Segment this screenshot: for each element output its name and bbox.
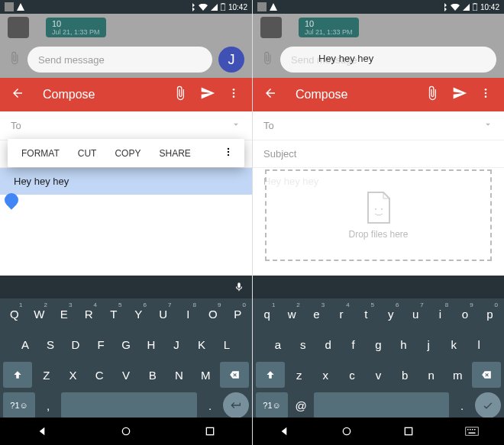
key-r[interactable]: 4R (78, 301, 101, 327)
key-m[interactable]: m (445, 362, 470, 388)
key-g[interactable]: G (115, 331, 137, 357)
to-field[interactable]: To (0, 111, 252, 140)
key-backspace[interactable] (220, 362, 249, 388)
key-shift[interactable] (3, 362, 32, 388)
key-shift[interactable] (256, 362, 285, 388)
key-o[interactable]: 9O (202, 301, 225, 327)
key-d[interactable]: D (64, 331, 87, 357)
nav-home-icon[interactable] (120, 425, 132, 437)
key-i[interactable]: 8I (177, 301, 200, 327)
nav-back-icon[interactable] (36, 425, 48, 437)
menu-more-icon[interactable] (217, 147, 240, 160)
send-button[interactable] (446, 85, 473, 104)
key-p[interactable]: 0p (479, 301, 501, 327)
key-l[interactable]: l (467, 331, 490, 357)
key-q[interactable]: 1Q (3, 301, 26, 327)
to-field[interactable]: To (253, 111, 504, 140)
key-q[interactable]: 1q (256, 301, 278, 327)
attach-button[interactable] (418, 85, 446, 104)
key-s[interactable]: s (292, 331, 315, 357)
key-n[interactable]: n (419, 362, 444, 388)
attach-icon[interactable] (260, 51, 274, 68)
key-h[interactable]: H (140, 331, 163, 357)
key-p[interactable]: 0P (227, 301, 250, 327)
key-b[interactable]: b (393, 362, 417, 388)
mic-icon[interactable] (234, 282, 244, 292)
key-space[interactable] (314, 392, 449, 418)
key-symbols[interactable]: ?1☺ (256, 392, 288, 418)
key-f[interactable]: F (89, 331, 112, 357)
key-z[interactable]: Z (34, 362, 59, 388)
overflow-button[interactable] (473, 87, 498, 102)
key-n[interactable]: N (167, 362, 192, 388)
nav-home-icon[interactable] (341, 425, 353, 437)
key-period[interactable]: . (451, 392, 473, 418)
key-at[interactable]: @ (290, 392, 312, 418)
key-v[interactable]: v (367, 362, 391, 388)
key-w[interactable]: 2w (280, 301, 302, 327)
key-e[interactable]: 3E (53, 301, 76, 327)
key-z[interactable]: z (287, 362, 312, 388)
key-enter[interactable] (223, 392, 249, 418)
key-y[interactable]: 6y (380, 301, 402, 327)
message-input[interactable]: Send message Hey hey hey (280, 47, 496, 73)
subject-field[interactable]: Subject (253, 140, 504, 168)
menu-share[interactable]: SHARE (150, 148, 199, 159)
expand-recipients-icon[interactable] (483, 119, 493, 132)
key-j[interactable]: J (165, 331, 188, 357)
key-t[interactable]: 5T (102, 301, 125, 327)
attach-button[interactable] (166, 85, 194, 104)
key-g[interactable]: g (367, 331, 390, 357)
menu-cut[interactable]: CUT (69, 148, 106, 159)
key-done[interactable] (475, 392, 501, 418)
key-u[interactable]: 7u (404, 301, 426, 327)
key-f[interactable]: f (342, 331, 365, 357)
back-button[interactable] (259, 82, 282, 108)
key-k[interactable]: k (442, 331, 465, 357)
attach-icon[interactable] (8, 51, 21, 68)
menu-format[interactable]: FORMAT (12, 148, 69, 159)
key-k[interactable]: K (190, 331, 213, 357)
key-space[interactable] (61, 392, 197, 418)
menu-copy[interactable]: COPY (105, 148, 150, 159)
selected-text[interactable]: Hey hey hey (11, 174, 72, 189)
key-w[interactable]: 2W (28, 301, 51, 327)
key-symbols[interactable]: ?1☺ (3, 392, 35, 418)
key-m[interactable]: M (193, 362, 218, 388)
key-t[interactable]: 5t (355, 301, 377, 327)
recipient-avatar[interactable]: J (218, 47, 244, 73)
nav-keyboard-icon[interactable] (465, 427, 479, 436)
key-b[interactable]: B (141, 362, 165, 388)
key-x[interactable]: X (61, 362, 86, 388)
key-c[interactable]: C (87, 362, 111, 388)
back-button[interactable] (6, 82, 29, 108)
key-h[interactable]: h (392, 331, 415, 357)
expand-recipients-icon[interactable] (231, 119, 241, 132)
key-v[interactable]: V (114, 362, 138, 388)
key-r[interactable]: 4r (330, 301, 352, 327)
key-a[interactable]: A (14, 331, 37, 357)
overflow-button[interactable] (221, 87, 246, 102)
key-j[interactable]: j (417, 331, 440, 357)
key-c[interactable]: c (340, 362, 364, 388)
key-l[interactable]: L (215, 331, 238, 357)
key-e[interactable]: 3e (305, 301, 328, 327)
message-input[interactable]: Send message (27, 47, 212, 73)
key-backspace[interactable] (472, 362, 501, 388)
key-y[interactable]: 6Y (128, 301, 150, 327)
key-u[interactable]: 7U (152, 301, 175, 327)
key-i[interactable]: 8i (429, 301, 451, 327)
nav-recent-icon[interactable] (204, 425, 216, 437)
key-d[interactable]: d (317, 331, 340, 357)
send-button[interactable] (194, 85, 221, 104)
drop-zone[interactable]: Drop files here (265, 169, 492, 261)
key-x[interactable]: x (314, 362, 338, 388)
subject-field[interactable]: S FORMAT CUT COPY SHARE (0, 140, 252, 168)
nav-recent-icon[interactable] (402, 425, 415, 437)
key-s[interactable]: S (39, 331, 62, 357)
key-a[interactable]: a (267, 331, 289, 357)
key-o[interactable]: 9o (454, 301, 476, 327)
key-period[interactable]: . (199, 392, 221, 418)
compose-body[interactable]: Hey hey hey (0, 168, 252, 195)
nav-back-icon[interactable] (278, 425, 290, 437)
